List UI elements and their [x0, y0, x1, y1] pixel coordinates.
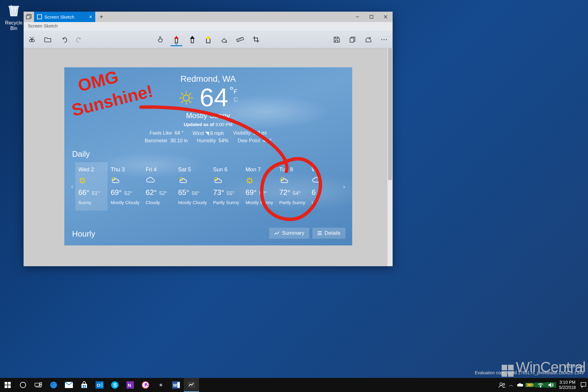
day-card[interactable]: Fri 462°52°Cloudy: [143, 162, 175, 211]
share-button[interactable]: [364, 33, 372, 46]
pencil-button[interactable]: [188, 33, 196, 46]
recycle-bin-icon: [5, 2, 22, 19]
unit-f[interactable]: F: [234, 88, 238, 95]
details-button[interactable]: Details: [312, 228, 345, 239]
svg-point-9: [81, 179, 84, 182]
svg-point-21: [20, 382, 26, 388]
svg-rect-18: [8, 382, 11, 385]
unit-c[interactable]: C: [234, 95, 238, 103]
prev-days-button[interactable]: ‹: [69, 162, 75, 211]
vertical-scrollbar[interactable]: [387, 48, 393, 266]
chevron-down-icon: [175, 43, 178, 45]
day-card[interactable]: W6L: [309, 162, 341, 211]
people-icon[interactable]: [497, 382, 507, 388]
svg-rect-50: [581, 383, 586, 386]
svg-rect-24: [40, 385, 42, 386]
day-card[interactable]: Wed 266°51°Sunny: [75, 162, 108, 211]
volume-icon[interactable]: [546, 382, 556, 388]
recycle-bin[interactable]: Recycle Bin: [3, 2, 24, 31]
day-card[interactable]: Mon 769°52°Mostly Sunny: [243, 162, 276, 211]
screenshot-content: Redmond, WA 64 ° F C Mostly Sunny Update…: [64, 67, 352, 245]
wifi-icon[interactable]: [535, 383, 546, 387]
svg-point-45: [503, 383, 505, 385]
svg-rect-19: [5, 385, 7, 388]
toolbar: ⋯: [24, 31, 393, 48]
svg-rect-3: [370, 15, 373, 18]
onenote-icon[interactable]: N: [123, 378, 138, 392]
svg-rect-17: [5, 382, 7, 385]
summary-button[interactable]: Summary: [269, 228, 309, 239]
ballpoint-pen-button[interactable]: [172, 33, 180, 46]
copy-button[interactable]: [349, 33, 356, 46]
itunes-icon[interactable]: [138, 378, 153, 392]
clock[interactable]: 3:10 PM5/2/2018: [556, 380, 579, 390]
redo-button[interactable]: [76, 33, 84, 46]
weather-stats: Feels Like 64 ° Wind ◥ 9 mph Visibility …: [64, 130, 352, 145]
tab-close-icon[interactable]: ×: [89, 14, 92, 20]
svg-point-8: [183, 95, 189, 101]
svg-rect-27: [83, 385, 84, 386]
svg-text:O: O: [97, 383, 100, 388]
svg-point-49: [540, 386, 541, 387]
edge-icon[interactable]: [46, 378, 61, 392]
action-center-icon[interactable]: [579, 382, 588, 388]
svg-point-44: [500, 383, 502, 385]
updated: Updated as of 3:00 PM: [64, 122, 352, 127]
svg-rect-22: [35, 383, 39, 386]
undo-button[interactable]: [60, 33, 68, 46]
mail-icon[interactable]: [61, 378, 77, 392]
new-snip-button[interactable]: [28, 33, 36, 46]
canvas-area[interactable]: Redmond, WA 64 ° F C Mostly Sunny Update…: [24, 48, 393, 266]
weather-app-icon[interactable]: ☀: [153, 378, 168, 392]
sun-icon: [178, 90, 194, 106]
skype-icon[interactable]: S: [107, 378, 123, 392]
next-days-button[interactable]: ›: [341, 162, 347, 211]
highlighter-button[interactable]: [204, 33, 212, 46]
cortana-button[interactable]: [15, 378, 31, 392]
open-button[interactable]: [44, 33, 52, 46]
word-icon[interactable]: W: [168, 378, 184, 392]
svg-rect-47: [527, 384, 532, 386]
outlook-icon[interactable]: O: [92, 378, 107, 392]
day-card[interactable]: Thu 369°52°Mostly Cloudy: [107, 162, 142, 211]
svg-rect-29: [83, 386, 84, 388]
tab-title: Screen Sketch: [44, 14, 74, 20]
brand-watermark: WinCentral: [502, 359, 586, 377]
day-card[interactable]: Tue 872°54°Partly Sunny: [276, 162, 309, 211]
crop-button[interactable]: [252, 33, 260, 46]
touch-writing-button[interactable]: [156, 33, 164, 46]
store-icon[interactable]: [77, 378, 92, 392]
onedrive-tray-icon[interactable]: [516, 383, 525, 387]
app-icon: [37, 14, 42, 19]
start-button[interactable]: [0, 378, 15, 392]
svg-rect-42: [177, 382, 180, 388]
daily-heading: Daily: [72, 149, 90, 159]
eraser-button[interactable]: [220, 33, 228, 46]
save-button[interactable]: [333, 33, 341, 46]
taskbar: O S N ☀ W ︿ 3:10 PM5/2/2018: [0, 378, 588, 392]
svg-rect-23: [40, 383, 42, 384]
day-card[interactable]: Sat 565°56°Mostly Cloudy: [175, 162, 210, 211]
svg-rect-28: [85, 385, 86, 386]
tray-chevron-up-icon[interactable]: ︿: [507, 382, 516, 388]
sets-button[interactable]: [24, 12, 34, 22]
tab-strip: Screen Sketch × +: [24, 12, 393, 22]
new-tab-button[interactable]: +: [95, 12, 107, 22]
task-view-button[interactable]: [31, 378, 46, 392]
maximize-button[interactable]: [364, 12, 379, 22]
minimize-button[interactable]: [350, 12, 364, 22]
current-temp: 64: [200, 84, 228, 110]
day-card[interactable]: Sun 673°55°Partly Sunny: [210, 162, 243, 211]
daily-forecast: ‹ Wed 266°51°SunnyThu 369°52°Mostly Clou…: [69, 162, 347, 211]
recycle-bin-label: Recycle Bin: [3, 20, 24, 31]
svg-rect-30: [85, 386, 86, 388]
svg-text:W: W: [173, 383, 177, 388]
tab-screen-sketch[interactable]: Screen Sketch ×: [34, 12, 95, 22]
ruler-button[interactable]: [236, 33, 244, 46]
battery-icon[interactable]: [525, 383, 535, 387]
app-title: Screen Sketch: [24, 22, 393, 31]
screen-sketch-taskbar-icon[interactable]: [184, 378, 199, 392]
hourly-heading: Hourly: [72, 229, 95, 239]
more-button[interactable]: ⋯: [380, 33, 388, 46]
close-button[interactable]: [379, 12, 393, 22]
